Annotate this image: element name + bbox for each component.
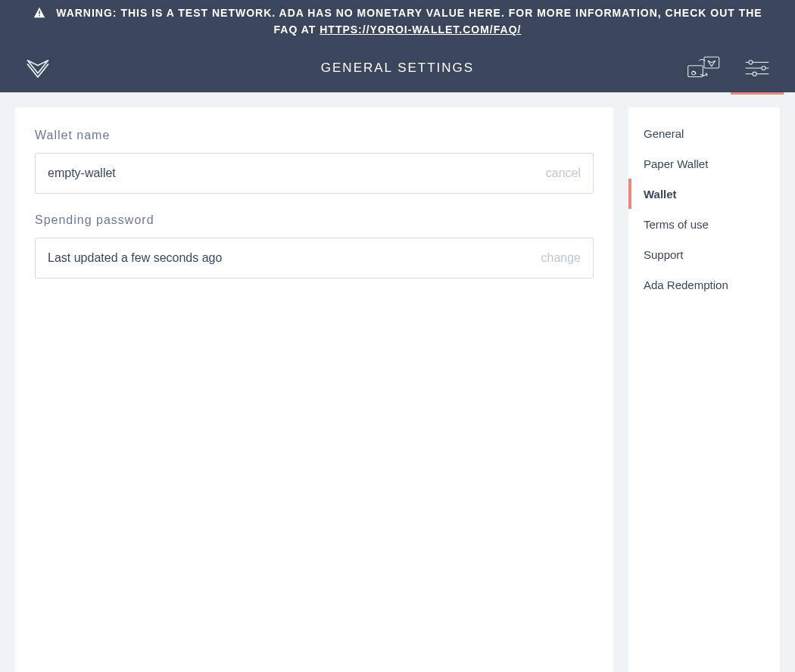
spending-password-status: Last updated a few seconds ago — [48, 251, 532, 265]
content-area: Wallet name cancel Spending password Las… — [0, 92, 795, 672]
app-header: GENERAL SETTINGS — [0, 44, 795, 92]
sidebar-item-support[interactable]: Support — [628, 239, 780, 269]
sidebar-item-label: Ada Redemption — [644, 278, 728, 291]
sidebar-item-label: Support — [644, 248, 684, 261]
svg-point-9 — [753, 72, 756, 76]
sidebar-item-terms-of-use[interactable]: Terms of use — [628, 209, 780, 239]
wallet-name-field-box: cancel — [35, 153, 594, 194]
spending-password-group: Spending password Last updated a few sec… — [35, 213, 594, 278]
spending-password-field-box: Last updated a few seconds ago change — [35, 238, 594, 278]
wallets-button[interactable] — [678, 44, 731, 92]
warning-banner: WARNING: THIS IS A TEST NETWORK. ADA HAS… — [0, 0, 795, 44]
svg-rect-1 — [39, 15, 40, 16]
svg-point-7 — [749, 61, 753, 64]
logo-button[interactable] — [11, 44, 64, 92]
svg-rect-0 — [39, 11, 40, 14]
svg-point-8 — [762, 66, 765, 70]
warning-faq-link[interactable]: HTTPS://YOROI-WALLET.COM/FAQ/ — [320, 23, 521, 36]
settings-main-panel: Wallet name cancel Spending password Las… — [15, 107, 613, 672]
settings-sidebar: General Paper Wallet Wallet Terms of use… — [628, 107, 780, 672]
page-title: GENERAL SETTINGS — [0, 61, 795, 76]
wallet-name-group: Wallet name cancel — [35, 129, 594, 194]
spending-password-change-button[interactable]: change — [541, 251, 581, 265]
sidebar-item-label: General — [644, 127, 684, 140]
settings-button[interactable] — [731, 44, 784, 92]
wallet-name-label: Wallet name — [35, 129, 594, 142]
sidebar-item-label: Paper Wallet — [644, 157, 708, 170]
sidebar-item-label: Terms of use — [644, 218, 709, 231]
wallet-name-cancel-button[interactable]: cancel — [546, 166, 581, 180]
sidebar-item-wallet[interactable]: Wallet — [628, 179, 780, 209]
sidebar-item-ada-redemption[interactable]: Ada Redemption — [628, 269, 780, 300]
svg-rect-2 — [688, 66, 703, 77]
sidebar-item-label: Wallet — [644, 188, 677, 201]
spending-password-label: Spending password — [35, 213, 594, 227]
sidebar-item-paper-wallet[interactable]: Paper Wallet — [628, 148, 780, 179]
sidebar-item-general[interactable]: General — [628, 118, 780, 148]
wallet-name-input[interactable] — [48, 154, 537, 193]
warning-icon — [33, 6, 46, 20]
